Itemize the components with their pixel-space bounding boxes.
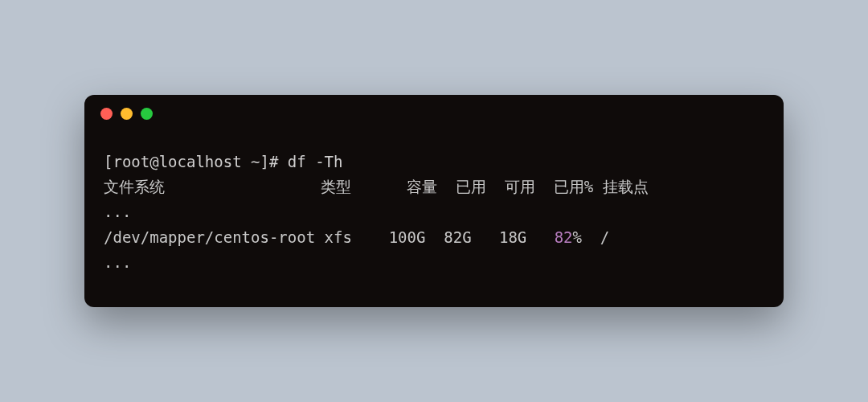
prompt-line: [root@localhost ~]# df -Th bbox=[104, 150, 764, 174]
cell-use-pct-num: 82 bbox=[555, 228, 573, 246]
header-use-pct: 已用% bbox=[554, 178, 593, 195]
terminal-body[interactable]: [root@localhost ~]# df -Th 文件系统 类型 容量 已用… bbox=[84, 133, 784, 308]
header-size: 容量 bbox=[407, 178, 437, 195]
header-row: 文件系统 类型 容量 已用 可用 已用% 挂载点 bbox=[104, 174, 764, 199]
cell-filesystem: /dev/mapper/centos-root bbox=[104, 228, 315, 246]
cell-used: 82G bbox=[444, 228, 471, 246]
command-name: df bbox=[288, 153, 306, 170]
header-filesystem: 文件系统 bbox=[104, 178, 165, 195]
header-mount: 挂载点 bbox=[603, 178, 649, 195]
header-type: 类型 bbox=[321, 178, 351, 195]
ellipsis-after: ... bbox=[104, 250, 764, 275]
cell-avail: 18G bbox=[499, 228, 526, 246]
terminal-window: [root@localhost ~]# df -Th 文件系统 类型 容量 已用… bbox=[84, 95, 784, 308]
prompt-user-host: [root@localhost ~] bbox=[104, 153, 269, 170]
minimize-icon[interactable] bbox=[121, 108, 133, 120]
header-avail: 可用 bbox=[505, 178, 535, 195]
close-icon[interactable] bbox=[100, 108, 113, 120]
ellipsis-before: ... bbox=[104, 199, 764, 224]
data-row: /dev/mapper/centos-root xfs 100G 82G 18G… bbox=[104, 225, 764, 250]
titlebar bbox=[84, 95, 784, 133]
prompt-separator: # bbox=[269, 153, 278, 170]
cell-size: 100G bbox=[389, 228, 426, 246]
cell-type: xfs bbox=[325, 228, 352, 246]
maximize-icon[interactable] bbox=[141, 108, 153, 120]
cell-mount: / bbox=[600, 228, 609, 246]
command-flag: -Th bbox=[315, 153, 342, 170]
header-used: 已用 bbox=[456, 178, 486, 195]
cell-use-pct-sym: % bbox=[573, 228, 582, 246]
